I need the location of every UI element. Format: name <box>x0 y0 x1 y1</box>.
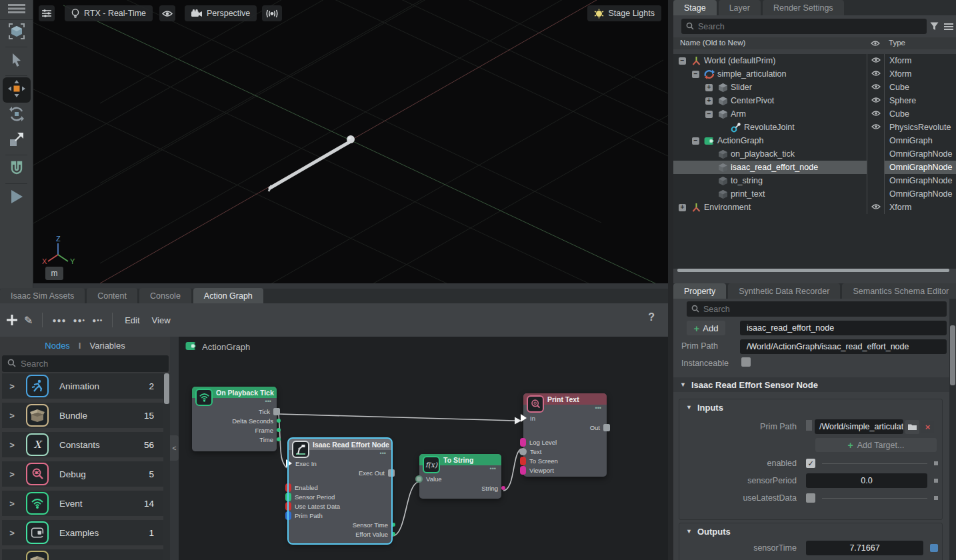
chevron-right-icon[interactable]: > <box>2 381 22 391</box>
visibility-cell[interactable] <box>867 147 884 161</box>
visibility-cell[interactable] <box>867 121 884 134</box>
unit-chip[interactable]: m <box>45 267 63 280</box>
capture-button[interactable] <box>262 5 282 21</box>
stage-tree-row[interactable]: −ActionGraphOmniGraph <box>673 134 956 147</box>
visibility-cell[interactable] <box>867 201 884 214</box>
port-tick[interactable] <box>273 408 280 415</box>
useLatestData-checkbox[interactable] <box>806 493 815 503</box>
stage-lights-button[interactable]: Stage Lights <box>587 5 662 21</box>
eye-icon[interactable] <box>871 96 881 105</box>
layout-option-button-3[interactable]: ●•• <box>92 317 103 324</box>
camera-button[interactable]: Perspective <box>185 5 257 21</box>
visibility-cell[interactable] <box>867 94 884 107</box>
collapse-icon[interactable]: − <box>692 137 699 145</box>
graph-canvas[interactable]: ActionGraph On Playback Tick•••TickDelta… <box>179 337 668 560</box>
visibility-cell[interactable] <box>867 67 884 81</box>
category-row-event[interactable]: >Event14 <box>2 491 163 516</box>
view-menu[interactable]: View <box>149 315 173 325</box>
visibility-cell[interactable] <box>867 81 884 94</box>
visibility-cell[interactable] <box>867 174 884 187</box>
category-row-animation[interactable]: >Animation2 <box>2 373 163 399</box>
sensorTime-field[interactable]: 7.71667 <box>806 541 923 555</box>
tab-console[interactable]: Console <box>139 288 191 303</box>
expand-icon[interactable]: + <box>705 97 713 105</box>
chevron-right-icon[interactable]: > <box>2 411 22 421</box>
browse-folder-button[interactable] <box>905 420 919 434</box>
port-enabled[interactable] <box>285 483 291 492</box>
port-prim-path[interactable] <box>285 511 291 520</box>
graph-node-print_text[interactable]: Print Text•••InOutLog LevelTextTo Screen… <box>523 393 607 477</box>
snap-tool-button[interactable] <box>0 157 33 182</box>
chevron-right-icon[interactable]: > <box>2 499 22 509</box>
port-log-level[interactable] <box>520 438 526 447</box>
tab-render-settings[interactable]: Render Settings <box>763 0 844 15</box>
help-button[interactable]: ? <box>648 311 655 323</box>
sensorPeriod-field[interactable]: 0.0 <box>806 473 927 488</box>
stage-tree-row[interactable]: +CenterPivotSphere <box>673 94 956 107</box>
select-tool-button[interactable] <box>0 49 33 74</box>
enabled-checkbox[interactable]: ✓ <box>806 459 815 468</box>
options-icon[interactable] <box>944 21 953 33</box>
scale-tool-button[interactable] <box>0 128 33 153</box>
graph-node-on_playback_tick[interactable]: On Playback Tick•••TickDelta SecondsFram… <box>192 387 277 451</box>
catalog-scrollbar[interactable] <box>163 373 170 560</box>
expand-icon[interactable]: + <box>679 204 686 211</box>
tab-semantics-schema-editor[interactable]: Semantics Schema Editor <box>842 283 956 299</box>
category-row-bundle[interactable]: >Bundle15 <box>2 403 163 428</box>
catalog-search-input[interactable] <box>21 359 163 369</box>
visibility-cell[interactable] <box>867 187 884 201</box>
stage-tree-row[interactable]: −isaac_read_effort_nodeOmniGraphNode <box>673 161 956 174</box>
eye-icon[interactable] <box>871 109 881 119</box>
port-value[interactable] <box>415 475 423 483</box>
port-effort-value[interactable] <box>391 532 395 536</box>
prim-path-field[interactable]: /World/ActionGraph/isaac_read_effort_nod… <box>740 339 947 354</box>
stage-search[interactable] <box>681 19 927 34</box>
stage-tree-row[interactable]: −ArmCube <box>673 107 956 121</box>
category-row[interactable]: > <box>2 549 163 560</box>
renderer-button[interactable]: RTX - Real-Time <box>65 5 153 21</box>
stage-tree-row[interactable]: −World (defaultPrim)Xform <box>673 54 956 67</box>
edit-menu[interactable]: Edit <box>122 315 142 325</box>
eye-icon[interactable] <box>871 69 881 79</box>
chevron-right-icon[interactable]: > <box>2 557 22 560</box>
collapse-icon[interactable]: − <box>692 71 699 78</box>
add-button[interactable]: + Add <box>687 321 725 335</box>
render-settings-button[interactable] <box>39 5 55 21</box>
tab-stage[interactable]: Stage <box>673 0 717 15</box>
chevron-right-icon[interactable]: > <box>2 440 22 450</box>
port-sensor-period[interactable] <box>285 493 291 501</box>
select-box-mode-button[interactable] <box>0 20 33 45</box>
eye-icon[interactable] <box>871 203 881 212</box>
visibility-cell[interactable] <box>867 54 884 67</box>
port-out[interactable] <box>603 424 610 431</box>
property-search[interactable] <box>687 301 947 317</box>
category-row-debug[interactable]: >Debug5 <box>2 461 163 487</box>
outputs-header[interactable]: ▼ Outputs <box>679 523 942 539</box>
port-frame[interactable] <box>277 428 281 432</box>
visibility-button[interactable] <box>159 5 175 21</box>
layout-option-button-1[interactable]: ●●● <box>52 317 66 324</box>
port-delta-seconds[interactable] <box>277 419 281 423</box>
port-time[interactable] <box>277 437 281 441</box>
new-graph-button[interactable] <box>7 315 17 325</box>
stage-tree-row[interactable]: +SliderCube <box>673 81 956 94</box>
collapse-catalog-button[interactable]: < <box>170 435 179 461</box>
tab-nodes[interactable]: Nodes <box>45 341 70 351</box>
port-exec-out[interactable] <box>388 469 395 477</box>
port-sensor-time[interactable] <box>391 523 395 527</box>
eye-icon[interactable] <box>871 83 881 92</box>
tab-synthetic-data-recorder[interactable]: Synthetic Data Recorder <box>728 283 840 299</box>
tab-variables[interactable]: Variables <box>89 341 125 351</box>
tab-property[interactable]: Property <box>673 283 726 299</box>
property-search-input[interactable] <box>703 305 942 314</box>
port-exec-in[interactable] <box>286 459 292 467</box>
expand-icon[interactable]: + <box>705 84 713 91</box>
catalog-search[interactable] <box>2 355 169 372</box>
add-target-button[interactable]: + Add Target... <box>815 438 937 452</box>
category-row-examples[interactable]: >Examples1 <box>2 520 163 545</box>
property-scrollbar[interactable] <box>949 299 956 560</box>
tab-content[interactable]: Content <box>87 288 137 303</box>
node-section-header[interactable]: ▼ Isaac Read Effort Sensor Node <box>673 377 949 392</box>
visibility-cell[interactable] <box>867 107 884 121</box>
graph-node-isaac_read_effort_node[interactable]: Isaac Read Effort Node•••Exec InExec Out… <box>289 439 391 543</box>
